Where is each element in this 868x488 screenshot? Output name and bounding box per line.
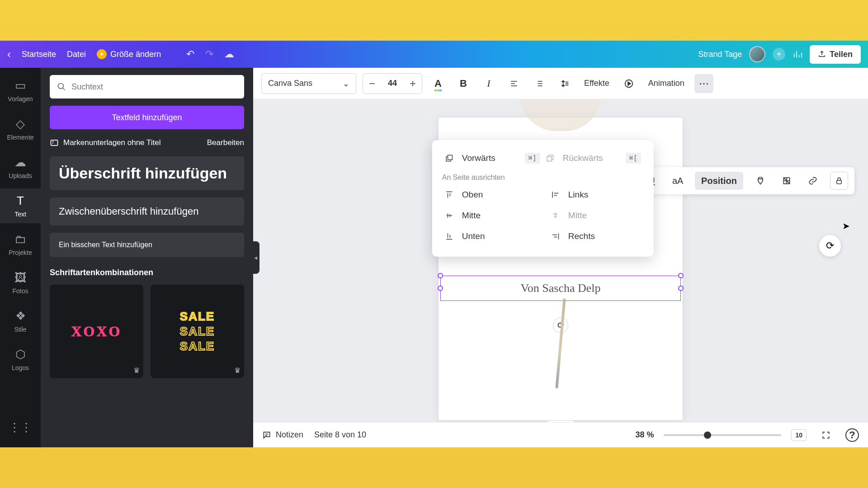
share-label: Teilen [830,50,853,59]
page-indicator[interactable]: Seite 8 von 10 [314,430,366,440]
combo-xoxo-text: XOXO [71,323,122,340]
align-bottom[interactable]: Unten [442,227,538,246]
templates-icon: ▭ [15,79,26,93]
font-size-group: − 44 + [363,73,422,94]
rail-uploads[interactable]: ☁ Uploads [0,150,41,185]
document-title[interactable]: Strand Tage [698,50,742,59]
style-copy-button[interactable] [751,172,769,190]
add-textbox-button[interactable]: Textfeld hinzufügen [50,106,244,129]
arrange-backward: Rückwärts ⌘[ [543,148,644,168]
arrange-forward[interactable]: Vorwärts ⌘] [442,148,543,168]
grid-view-button[interactable]: 10 [791,429,807,441]
position-button[interactable]: Position [695,172,743,190]
redo-icon[interactable]: ↷ [205,48,213,60]
page-image [520,99,601,131]
insights-icon[interactable] [793,49,802,59]
preset-body[interactable]: Ein bisschen Text hinzufügen [50,233,244,257]
footer: Notizen Seite 8 von 10 38 % 10 ? [253,422,868,447]
lock-button[interactable] [830,172,848,190]
brush-graphic[interactable] [555,298,566,389]
align-top[interactable]: Oben [442,185,538,204]
rail-projects[interactable]: 🗀 Projekte [0,227,41,262]
brand-kit-icon [50,138,59,147]
rail-templates[interactable]: ▭ Vorlagen [0,73,41,108]
align-middle-h-icon [551,211,562,220]
preset-body-label: Ein bisschen Text hinzufügen [59,241,235,249]
add-collaborator-button[interactable]: + [773,48,785,61]
preset-heading[interactable]: Überschrift hinzufügen [50,156,244,190]
zoom-slider-thumb[interactable] [704,432,711,439]
font-combo-sale[interactable]: SALE SALE SALE ♛ [151,285,244,378]
bold-button[interactable]: B [454,74,473,93]
align-button[interactable] [505,74,524,93]
effects-button[interactable]: Effekte [580,79,613,88]
animation-button[interactable]: Animation [645,79,688,88]
forward-shortcut: ⌘] [525,153,540,164]
back-icon[interactable]: ‹ [7,48,11,61]
zoom-slider[interactable] [664,434,781,436]
resize-handle-top-left[interactable] [438,273,443,278]
rail-styles[interactable]: ❖ Stile [0,304,41,338]
align-middle-v[interactable]: Mitte [442,206,538,225]
preset-subheading-label: Zwischenüberschrift hinzufügen [59,206,235,217]
text-color-button[interactable]: A [429,74,448,93]
spacing-button[interactable] [555,74,574,93]
reset-fab[interactable]: ⟳ [819,235,841,257]
list-button[interactable] [530,74,549,93]
resize-button[interactable]: ✦ Größe ändern [97,49,161,59]
file-menu[interactable]: Datei [67,50,86,59]
align-right[interactable]: Rechts [548,227,644,246]
align-middle-v-icon [445,211,456,220]
font-family-select[interactable]: Canva Sans ⌄ [261,73,356,94]
resize-handle-right[interactable] [678,286,684,291]
more-options-button[interactable]: ⋯ [694,74,713,93]
fullscreen-button[interactable] [816,426,835,445]
search-input[interactable] [71,82,237,92]
align-right-icon [551,232,562,241]
backward-label: Rückwärts [563,153,603,163]
italic-button[interactable]: I [479,74,498,93]
preset-subheading[interactable]: Zwischenüberschrift hinzufügen [50,197,244,225]
premium-icon: ♛ [234,366,241,375]
page-expand-tab[interactable]: ⌃ [545,420,576,422]
rail-uploads-label: Uploads [9,172,32,179]
font-size-decrease[interactable]: − [363,74,381,94]
rail-logos[interactable]: ⬡ Logos [0,342,41,377]
selected-text-element[interactable]: Von Sascha Delp ⟳ [440,276,681,301]
notes-button[interactable]: Notizen [262,430,303,440]
logos-icon: ⬡ [15,347,26,361]
zoom-value[interactable]: 38 % [635,430,654,440]
user-avatar[interactable] [749,46,765,62]
resize-handle-top-right[interactable] [678,273,684,278]
premium-icon: ♛ [133,366,140,375]
transparency-button[interactable] [778,172,796,190]
font-combo-xoxo[interactable]: XOXO ♛ [50,285,143,378]
align-left-icon [551,190,562,199]
cloud-sync-icon[interactable]: ☁ [224,48,234,60]
rail-elements[interactable]: ◇ Elemente [0,112,41,146]
link-button[interactable] [804,172,822,190]
rail-photos[interactable]: 🖼 Fotos [0,265,41,300]
home-link[interactable]: Startseite [22,50,56,59]
canvas[interactable]: U aA Position [253,99,868,422]
svg-point-0 [58,84,64,89]
font-size-value[interactable]: 44 [381,79,404,88]
align-section-label: An Seite ausrichten [442,174,644,182]
search-box[interactable] [50,75,244,99]
svg-rect-6 [448,155,452,160]
elements-icon: ◇ [16,117,25,131]
brand-edit-link[interactable]: Bearbeiten [207,138,244,147]
resize-label: Größe ändern [110,50,161,59]
font-size-increase[interactable]: + [404,74,422,94]
rail-text[interactable]: T Text [0,188,41,223]
share-button[interactable]: Teilen [810,45,861,64]
align-top-label: Oben [462,190,483,200]
help-button[interactable]: ? [845,428,859,442]
resize-handle-left[interactable] [438,286,443,291]
undo-icon[interactable]: ↶ [186,48,194,60]
text-icon: T [17,194,24,208]
rail-more[interactable]: ⋮⋮ [0,415,41,440]
align-left[interactable]: Links [548,185,644,204]
align-top-icon [445,190,456,199]
uppercase-button[interactable]: aA [669,172,687,190]
